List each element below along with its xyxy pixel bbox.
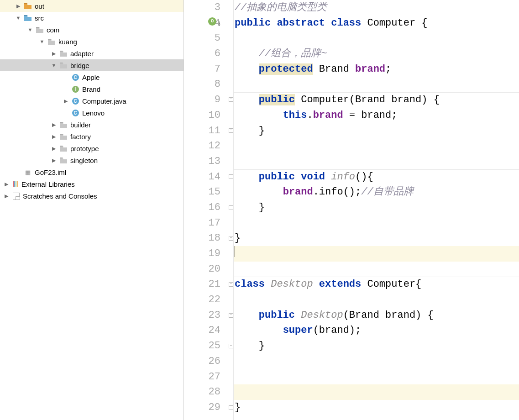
package-icon	[59, 157, 68, 164]
tree-item-com[interactable]: ▼ com	[0, 24, 183, 36]
code-line[interactable]: this.brand = brand;	[234, 108, 519, 123]
chevron-right-icon[interactable]: ▶	[15, 2, 22, 10]
tree-label: Lenovo	[82, 109, 105, 117]
tree-item-lenovo[interactable]: ▶ C Lenovo	[0, 107, 183, 119]
code-line[interactable]: }	[234, 338, 519, 354]
code-line-cursor[interactable]	[234, 246, 519, 262]
code-line[interactable]: brand.info();//自带品牌	[234, 184, 519, 200]
code-line[interactable]: public Desktop(Brand brand) {	[234, 308, 519, 323]
code-line[interactable]: //抽象的电脑类型类	[234, 0, 519, 16]
line-number: 16	[184, 200, 220, 215]
tree-item-bridge[interactable]: ▼ bridge	[0, 59, 183, 71]
chevron-right-icon[interactable]: ▶	[50, 50, 58, 57]
tree-item-out[interactable]: ▶ out	[0, 0, 183, 12]
tree-item-apple[interactable]: ▶ C Apple	[0, 71, 183, 83]
package-icon	[47, 38, 56, 45]
code-line[interactable]: }	[234, 123, 519, 139]
line-number: 29	[184, 400, 220, 415]
line-number: 28	[184, 384, 220, 400]
code-line[interactable]	[234, 369, 519, 385]
code-line[interactable]: }	[234, 400, 519, 415]
chevron-right-icon[interactable]: ▶	[3, 180, 10, 188]
code-line[interactable]: }	[234, 200, 519, 215]
tree-label: Apple	[82, 74, 100, 81]
gutter-fold: – – – – – – – – –	[228, 0, 234, 420]
package-icon	[59, 62, 68, 69]
code-line[interactable]: public void info(){	[234, 169, 519, 185]
chevron-down-icon[interactable]: ▼	[50, 62, 58, 69]
code-line[interactable]	[234, 31, 519, 46]
line-number: 10	[184, 108, 220, 123]
code-line[interactable]	[234, 262, 519, 277]
chevron-down-icon[interactable]: ▼	[15, 14, 22, 21]
code-line[interactable]	[234, 77, 519, 92]
code-line[interactable]	[234, 292, 519, 308]
fold-close-icon[interactable]: –	[229, 344, 233, 348]
code-editor[interactable]: 3 4 5 6 7 8 9 10 11 12 13 14 15 16 17 18…	[184, 0, 519, 420]
chevron-right-icon[interactable]: ▶	[50, 145, 58, 152]
tree-label: External Libraries	[21, 180, 75, 188]
fold-open-icon[interactable]: –	[229, 174, 233, 179]
code-line[interactable]: public Computer(Brand brand) {	[234, 92, 519, 108]
chevron-right-icon[interactable]: ▶	[50, 157, 58, 164]
fold-close-icon[interactable]: –	[229, 205, 233, 210]
line-number: 17	[184, 215, 220, 231]
fold-open-icon[interactable]: –	[229, 313, 233, 318]
code-area[interactable]: //抽象的电脑类型类 public abstract class Compute…	[234, 0, 519, 420]
down-arrow-icon[interactable]: ↓	[217, 16, 222, 32]
chevron-down-icon[interactable]: ▼	[26, 26, 34, 33]
code-line[interactable]	[234, 384, 519, 400]
line-number: 14	[184, 169, 220, 185]
fold-open-icon[interactable]: –	[229, 282, 233, 287]
code-line[interactable]	[234, 154, 519, 169]
chevron-right-icon[interactable]: ▶	[50, 133, 58, 140]
code-line[interactable]: public abstract class Computer {	[234, 16, 519, 31]
line-number: 22	[184, 292, 220, 308]
class-icon: C	[71, 97, 79, 105]
tree-item-iml[interactable]: ▶ ▦ GoF23.iml	[0, 166, 183, 178]
code-line[interactable]: class Desktop extends Computer{	[234, 277, 519, 292]
code-line[interactable]: }	[234, 231, 519, 246]
override-gutter-icon[interactable]: O	[208, 17, 216, 26]
code-line[interactable]: //组合，品牌~	[234, 46, 519, 62]
tree-item-kuang[interactable]: ▼ kuang	[0, 36, 183, 47]
code-line[interactable]: super(brand);	[234, 323, 519, 338]
library-icon	[12, 181, 19, 188]
tree-item-external-libraries[interactable]: ▶ External Libraries	[0, 178, 183, 190]
line-number: 23	[184, 308, 220, 323]
tree-label: Scratches and Consoles	[23, 192, 97, 200]
tree-item-builder[interactable]: ▶ builder	[0, 119, 183, 131]
tree-item-adapter[interactable]: ▶ adapter	[0, 47, 183, 59]
tree-label: com	[47, 26, 59, 34]
tree-label: prototype	[70, 145, 99, 152]
tree-item-prototype[interactable]: ▶ prototype	[0, 142, 183, 154]
line-number: 12	[184, 138, 220, 154]
package-icon	[36, 26, 44, 33]
fold-open-icon[interactable]: –	[229, 97, 233, 102]
project-tree[interactable]: ▶ out ▼ src ▼ com ▼ kuang ▶ ada	[0, 0, 184, 420]
code-line[interactable]	[234, 138, 519, 154]
tree-item-brand[interactable]: ▶ I Brand	[0, 83, 183, 95]
fold-close-icon[interactable]: –	[229, 236, 233, 241]
chevron-down-icon[interactable]: ▼	[38, 38, 46, 45]
line-number: 19	[184, 246, 220, 262]
tree-item-computer[interactable]: ▶ C Computer.java	[0, 95, 183, 107]
tree-item-singleton[interactable]: ▶ singleton	[0, 154, 183, 166]
code-line[interactable]	[234, 354, 519, 369]
tree-item-scratches[interactable]: ▶ Scratches and Consoles	[0, 190, 183, 202]
tree-label: builder	[70, 121, 91, 129]
line-number: 6	[184, 46, 220, 62]
code-line[interactable]	[234, 215, 519, 231]
code-line[interactable]: protected Brand brand;	[234, 62, 519, 77]
chevron-right-icon[interactable]: ▶	[62, 97, 69, 105]
fold-close-icon[interactable]: –	[229, 128, 233, 133]
line-number: 24	[184, 323, 220, 338]
tree-item-factory[interactable]: ▶ factory	[0, 131, 183, 142]
tree-item-src[interactable]: ▼ src	[0, 12, 183, 24]
chevron-right-icon[interactable]: ▶	[3, 192, 10, 200]
fold-close-icon[interactable]: –	[229, 405, 233, 410]
chevron-right-icon[interactable]: ▶	[50, 121, 58, 128]
class-icon: C	[71, 109, 79, 116]
tree-label: src	[35, 14, 44, 22]
tree-label: Computer.java	[82, 97, 126, 105]
